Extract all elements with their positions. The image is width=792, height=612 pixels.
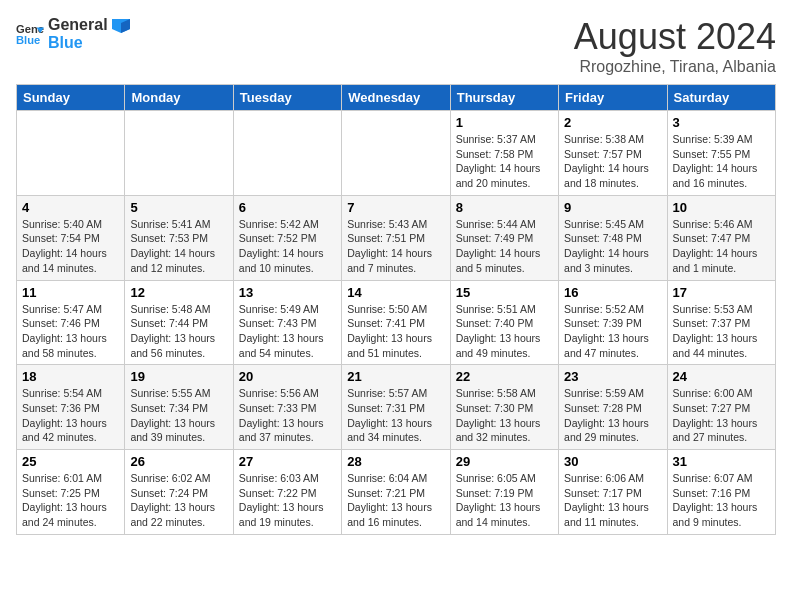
day-number: 22 [456, 369, 553, 384]
day-info: Sunrise: 5:48 AMSunset: 7:44 PMDaylight:… [130, 302, 227, 361]
day-number: 12 [130, 285, 227, 300]
day-info: Sunrise: 5:56 AMSunset: 7:33 PMDaylight:… [239, 386, 336, 445]
day-number: 16 [564, 285, 661, 300]
day-number: 7 [347, 200, 444, 215]
calendar-cell: 12Sunrise: 5:48 AMSunset: 7:44 PMDayligh… [125, 280, 233, 365]
day-number: 6 [239, 200, 336, 215]
day-number: 19 [130, 369, 227, 384]
day-info: Sunrise: 5:41 AMSunset: 7:53 PMDaylight:… [130, 217, 227, 276]
calendar-cell: 10Sunrise: 5:46 AMSunset: 7:47 PMDayligh… [667, 195, 775, 280]
calendar-cell: 27Sunrise: 6:03 AMSunset: 7:22 PMDayligh… [233, 450, 341, 535]
day-number: 9 [564, 200, 661, 215]
logo-general-text: General [48, 16, 130, 34]
day-info: Sunrise: 5:42 AMSunset: 7:52 PMDaylight:… [239, 217, 336, 276]
day-info: Sunrise: 6:05 AMSunset: 7:19 PMDaylight:… [456, 471, 553, 530]
day-number: 14 [347, 285, 444, 300]
week-row-3: 11Sunrise: 5:47 AMSunset: 7:46 PMDayligh… [17, 280, 776, 365]
day-number: 29 [456, 454, 553, 469]
calendar-cell [17, 111, 125, 196]
calendar-cell: 28Sunrise: 6:04 AMSunset: 7:21 PMDayligh… [342, 450, 450, 535]
weekday-header-tuesday: Tuesday [233, 85, 341, 111]
day-info: Sunrise: 6:01 AMSunset: 7:25 PMDaylight:… [22, 471, 119, 530]
header: General Blue General Blue August 2024 Rr… [16, 16, 776, 76]
day-number: 30 [564, 454, 661, 469]
day-info: Sunrise: 5:44 AMSunset: 7:49 PMDaylight:… [456, 217, 553, 276]
day-info: Sunrise: 5:38 AMSunset: 7:57 PMDaylight:… [564, 132, 661, 191]
weekday-header-friday: Friday [559, 85, 667, 111]
day-number: 1 [456, 115, 553, 130]
calendar-cell [125, 111, 233, 196]
day-number: 10 [673, 200, 770, 215]
day-info: Sunrise: 5:52 AMSunset: 7:39 PMDaylight:… [564, 302, 661, 361]
location-subtitle: Rrogozhine, Tirana, Albania [574, 58, 776, 76]
day-info: Sunrise: 5:50 AMSunset: 7:41 PMDaylight:… [347, 302, 444, 361]
day-info: Sunrise: 5:59 AMSunset: 7:28 PMDaylight:… [564, 386, 661, 445]
day-number: 15 [456, 285, 553, 300]
day-info: Sunrise: 6:03 AMSunset: 7:22 PMDaylight:… [239, 471, 336, 530]
day-number: 18 [22, 369, 119, 384]
day-info: Sunrise: 5:51 AMSunset: 7:40 PMDaylight:… [456, 302, 553, 361]
week-row-2: 4Sunrise: 5:40 AMSunset: 7:54 PMDaylight… [17, 195, 776, 280]
day-info: Sunrise: 5:49 AMSunset: 7:43 PMDaylight:… [239, 302, 336, 361]
calendar-cell: 9Sunrise: 5:45 AMSunset: 7:48 PMDaylight… [559, 195, 667, 280]
svg-text:Blue: Blue [16, 34, 40, 46]
calendar-cell: 15Sunrise: 5:51 AMSunset: 7:40 PMDayligh… [450, 280, 558, 365]
calendar-cell: 2Sunrise: 5:38 AMSunset: 7:57 PMDaylight… [559, 111, 667, 196]
day-info: Sunrise: 5:43 AMSunset: 7:51 PMDaylight:… [347, 217, 444, 276]
calendar-cell: 16Sunrise: 5:52 AMSunset: 7:39 PMDayligh… [559, 280, 667, 365]
calendar-cell: 11Sunrise: 5:47 AMSunset: 7:46 PMDayligh… [17, 280, 125, 365]
weekday-header-sunday: Sunday [17, 85, 125, 111]
weekday-header-thursday: Thursday [450, 85, 558, 111]
calendar-cell [233, 111, 341, 196]
calendar-cell: 5Sunrise: 5:41 AMSunset: 7:53 PMDaylight… [125, 195, 233, 280]
day-info: Sunrise: 5:40 AMSunset: 7:54 PMDaylight:… [22, 217, 119, 276]
day-info: Sunrise: 5:39 AMSunset: 7:55 PMDaylight:… [673, 132, 770, 191]
day-info: Sunrise: 5:53 AMSunset: 7:37 PMDaylight:… [673, 302, 770, 361]
calendar-cell: 29Sunrise: 6:05 AMSunset: 7:19 PMDayligh… [450, 450, 558, 535]
calendar-cell: 6Sunrise: 5:42 AMSunset: 7:52 PMDaylight… [233, 195, 341, 280]
calendar-cell: 20Sunrise: 5:56 AMSunset: 7:33 PMDayligh… [233, 365, 341, 450]
week-row-1: 1Sunrise: 5:37 AMSunset: 7:58 PMDaylight… [17, 111, 776, 196]
day-number: 17 [673, 285, 770, 300]
calendar-cell: 26Sunrise: 6:02 AMSunset: 7:24 PMDayligh… [125, 450, 233, 535]
calendar-cell: 17Sunrise: 5:53 AMSunset: 7:37 PMDayligh… [667, 280, 775, 365]
calendar-cell: 30Sunrise: 6:06 AMSunset: 7:17 PMDayligh… [559, 450, 667, 535]
day-number: 21 [347, 369, 444, 384]
day-info: Sunrise: 5:45 AMSunset: 7:48 PMDaylight:… [564, 217, 661, 276]
day-number: 25 [22, 454, 119, 469]
logo: General Blue General Blue [16, 16, 130, 51]
weekday-header-monday: Monday [125, 85, 233, 111]
logo-icon: General Blue [16, 20, 44, 48]
calendar-cell: 14Sunrise: 5:50 AMSunset: 7:41 PMDayligh… [342, 280, 450, 365]
day-info: Sunrise: 5:58 AMSunset: 7:30 PMDaylight:… [456, 386, 553, 445]
calendar-table: SundayMondayTuesdayWednesdayThursdayFrid… [16, 84, 776, 535]
day-number: 23 [564, 369, 661, 384]
day-number: 4 [22, 200, 119, 215]
month-title: August 2024 [574, 16, 776, 58]
calendar-cell: 25Sunrise: 6:01 AMSunset: 7:25 PMDayligh… [17, 450, 125, 535]
day-number: 5 [130, 200, 227, 215]
weekday-header-row: SundayMondayTuesdayWednesdayThursdayFrid… [17, 85, 776, 111]
weekday-header-wednesday: Wednesday [342, 85, 450, 111]
day-number: 20 [239, 369, 336, 384]
week-row-4: 18Sunrise: 5:54 AMSunset: 7:36 PMDayligh… [17, 365, 776, 450]
title-area: August 2024 Rrogozhine, Tirana, Albania [574, 16, 776, 76]
calendar-cell: 31Sunrise: 6:07 AMSunset: 7:16 PMDayligh… [667, 450, 775, 535]
calendar-cell: 8Sunrise: 5:44 AMSunset: 7:49 PMDaylight… [450, 195, 558, 280]
calendar-cell: 4Sunrise: 5:40 AMSunset: 7:54 PMDaylight… [17, 195, 125, 280]
calendar-cell: 7Sunrise: 5:43 AMSunset: 7:51 PMDaylight… [342, 195, 450, 280]
day-info: Sunrise: 6:07 AMSunset: 7:16 PMDaylight:… [673, 471, 770, 530]
calendar-cell: 3Sunrise: 5:39 AMSunset: 7:55 PMDaylight… [667, 111, 775, 196]
calendar-cell: 19Sunrise: 5:55 AMSunset: 7:34 PMDayligh… [125, 365, 233, 450]
calendar-cell: 18Sunrise: 5:54 AMSunset: 7:36 PMDayligh… [17, 365, 125, 450]
day-number: 11 [22, 285, 119, 300]
day-info: Sunrise: 5:46 AMSunset: 7:47 PMDaylight:… [673, 217, 770, 276]
day-number: 28 [347, 454, 444, 469]
day-number: 13 [239, 285, 336, 300]
day-info: Sunrise: 5:57 AMSunset: 7:31 PMDaylight:… [347, 386, 444, 445]
day-info: Sunrise: 6:00 AMSunset: 7:27 PMDaylight:… [673, 386, 770, 445]
day-number: 24 [673, 369, 770, 384]
day-number: 3 [673, 115, 770, 130]
day-number: 27 [239, 454, 336, 469]
day-info: Sunrise: 6:02 AMSunset: 7:24 PMDaylight:… [130, 471, 227, 530]
